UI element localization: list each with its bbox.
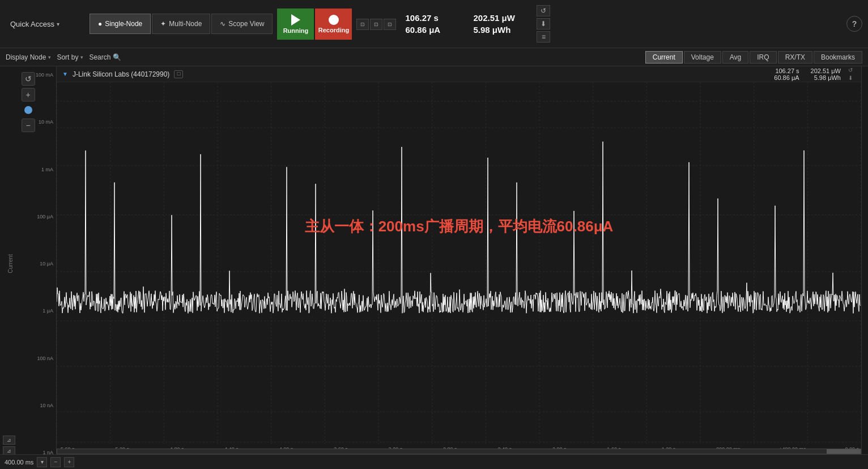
reset-icon[interactable]: ↺ xyxy=(537,5,550,16)
time-zoom-in-button[interactable]: ▾ xyxy=(37,457,47,467)
sort-by-chevron: ▾ xyxy=(80,54,83,60)
power-stat: 202.51 μW xyxy=(473,13,530,23)
y-label-3: 100 μA xyxy=(37,214,53,219)
y-label-1: 10 mA xyxy=(39,119,53,125)
stats-group: 106.27 s 202.51 μW 60.86 μA 5.98 μWh xyxy=(405,13,530,35)
scope-view-button[interactable]: ∿ Scope View xyxy=(211,14,273,34)
zoom-dot xyxy=(24,106,32,114)
tab-avg[interactable]: Avg xyxy=(722,51,748,64)
play-icon xyxy=(291,14,300,26)
tab-rxtx[interactable]: RX/TX xyxy=(778,51,812,64)
main-content: ↺ + − 100 mA 10 mA 1 mA 100 μA 10 μA 1 μ… xyxy=(0,66,868,461)
y-label-2: 1 mA xyxy=(41,167,53,172)
search-control[interactable]: Search 🔍 xyxy=(89,53,121,61)
device-name-label: J-Link Silicon Labs (440172990) xyxy=(73,70,169,78)
left-panel: ↺ + − 100 mA 10 mA 1 mA 100 μA 10 μA 1 μ… xyxy=(0,66,57,461)
multi-node-button[interactable]: ✦ Multi-Node xyxy=(152,14,210,34)
quick-access-chevron: ▾ xyxy=(57,21,59,27)
zoom-reset-button[interactable]: ↺ xyxy=(22,72,35,86)
bottom-ctrl-1[interactable]: ⊿ xyxy=(3,436,15,445)
y-label-6: 100 nA xyxy=(37,356,53,361)
header-power-stat: 202.51 μW 5.98 μWh xyxy=(811,67,841,81)
y-axis: 100 mA 10 mA 1 mA 100 μA 10 μA 1 μA 100 … xyxy=(36,72,53,455)
y-label-0: 100 mA xyxy=(36,72,53,78)
right-panel xyxy=(861,66,868,461)
waveform-canvas[interactable] xyxy=(57,82,861,461)
stats-row-1: 106.27 s 202.51 μW xyxy=(405,13,530,23)
quick-access-label: Quick Access xyxy=(10,20,54,28)
single-node-icon: ● xyxy=(98,20,102,28)
sub-icon-3[interactable]: ⊡ xyxy=(384,19,396,30)
header-stats: 106.27 s 60.86 μA 202.51 μW 5.98 μWh xyxy=(774,67,841,81)
energy-stat: 5.98 μWh xyxy=(473,25,530,35)
tab-voltage[interactable]: Voltage xyxy=(684,51,721,64)
y-label-7: 10 nA xyxy=(40,403,53,408)
sort-by-control[interactable]: Sort by ▾ xyxy=(57,53,83,61)
bottom-toolbar: 400.00 ms ▾ − + xyxy=(0,454,868,469)
header-energy-val: 5.98 μWh xyxy=(814,74,841,81)
time-zoom-decrease-button[interactable]: − xyxy=(50,457,61,467)
multi-node-icon: ✦ xyxy=(160,20,166,28)
recording-button[interactable]: Recording xyxy=(315,9,352,40)
header-time-val: 106.27 s xyxy=(775,67,799,74)
search-icon: 🔍 xyxy=(113,53,121,61)
zoom-out-button[interactable]: − xyxy=(22,119,35,132)
second-toolbar: Display Node ▾ Sort by ▾ Search 🔍 Curren… xyxy=(0,48,868,66)
zoom-in-button[interactable]: + xyxy=(22,88,35,102)
help-button[interactable]: ? xyxy=(846,16,862,32)
scope-icon: ∿ xyxy=(220,20,225,28)
y-label-4: 10 μA xyxy=(40,261,53,267)
y-label-5: 1 μA xyxy=(42,308,53,314)
device-header: ▼ J-Link Silicon Labs (440172990) ☐ 106.… xyxy=(57,66,861,82)
running-button[interactable]: Running xyxy=(277,9,314,40)
current-axis-label: Current xyxy=(7,254,14,273)
tab-irq[interactable]: IRQ xyxy=(750,51,776,64)
top-toolbar: Quick Access ▾ ● Single-Node ✦ Multi-Nod… xyxy=(0,0,868,48)
header-reset-icon[interactable]: ↺ xyxy=(845,67,856,74)
tab-current[interactable]: Current xyxy=(645,51,683,64)
time-zoom-increase-button[interactable]: + xyxy=(64,457,74,467)
header-time-stat: 106.27 s 60.86 μA xyxy=(774,67,799,81)
device-settings-icon[interactable]: ☐ xyxy=(174,70,183,78)
header-icon-group: ↺ ⬇ xyxy=(845,67,856,82)
time-stat: 106.27 s xyxy=(405,13,462,23)
view-tabs: Current Voltage Avg IRQ RX/TX Bookmarks xyxy=(645,51,862,64)
download-icon[interactable]: ⬇ xyxy=(537,18,550,29)
file-icon[interactable]: ≡ xyxy=(537,31,550,43)
chart-canvas-wrapper: 主从一体：200ms广播周期，平均电流60.86μA xyxy=(57,82,861,461)
sub-icon-2[interactable]: ⊡ xyxy=(370,19,382,30)
scroll-area[interactable] xyxy=(57,449,861,454)
chart-area: ▼ J-Link Silicon Labs (440172990) ☐ 106.… xyxy=(57,66,861,461)
header-export-icon[interactable]: ⬇ xyxy=(845,75,856,82)
view-mode-buttons: ● Single-Node ✦ Multi-Node ∿ Scope View xyxy=(90,14,273,34)
zoom-controls: ↺ + − xyxy=(22,72,35,132)
device-triangle-icon: ▼ xyxy=(62,71,68,77)
current-stat: 60.86 μA xyxy=(405,25,462,35)
toolbar-right-icons: ↺ ⬇ ≡ xyxy=(537,5,550,43)
single-node-button[interactable]: ● Single-Node xyxy=(90,14,151,34)
tab-bookmarks[interactable]: Bookmarks xyxy=(814,51,862,64)
quick-access-dropdown[interactable]: Quick Access ▾ xyxy=(6,18,85,31)
stats-row-2: 60.86 μA 5.98 μWh xyxy=(405,25,530,35)
run-record-group: Running Recording xyxy=(277,9,352,40)
header-current-val: 60.86 μA xyxy=(774,74,799,81)
time-window-display: 400.00 ms xyxy=(5,459,33,466)
header-power-val: 202.51 μW xyxy=(811,67,841,74)
scroll-thumb[interactable] xyxy=(827,449,861,454)
display-node-control[interactable]: Display Node ▾ xyxy=(6,53,51,61)
sub-icon-1[interactable]: ⊡ xyxy=(356,19,369,30)
sub-icon-buttons: ⊡ ⊡ ⊡ xyxy=(356,19,396,30)
display-node-chevron: ▾ xyxy=(48,54,51,60)
record-icon xyxy=(329,15,339,25)
bottom-controls: ⊿ ⊿ xyxy=(3,436,15,455)
